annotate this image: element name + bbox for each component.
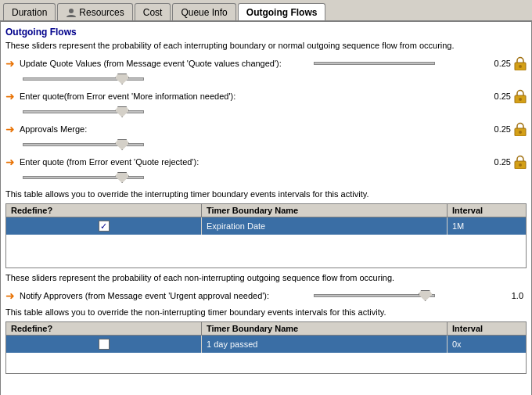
table2-cell-timer-1: 1 day passed xyxy=(202,336,448,353)
arrow-icon-3: ➜ xyxy=(5,123,15,135)
lock-icon-2[interactable] xyxy=(514,89,527,103)
slider-sub-row-4 xyxy=(5,171,527,185)
flow-value-2: 0.25 xyxy=(487,92,511,101)
table2-cell-redefine-1 xyxy=(6,336,202,353)
tab-resources[interactable]: Resources xyxy=(57,3,132,20)
arrow-icon-2: ➜ xyxy=(5,90,15,102)
slider-sub-row-2 xyxy=(5,105,527,119)
table1-header-timer: Timer Boundary Name xyxy=(202,204,448,217)
flow-value-4: 0.25 xyxy=(487,157,511,167)
slider-sub-row-3 xyxy=(5,138,527,152)
arrow-icon-5: ➜ xyxy=(5,289,15,302)
tab-bar: Duration Resources Cost Queue Info Outgo… xyxy=(0,0,532,22)
table1-empty-rows xyxy=(6,235,526,268)
table2-header-interval: Interval xyxy=(448,322,526,335)
table1-header-interval: Interval xyxy=(448,204,526,217)
arrow-icon-1: ➜ xyxy=(5,57,15,70)
outgoing-flows-label: Outgoing Flows xyxy=(246,7,318,18)
lock-icon-3[interactable] xyxy=(514,122,527,136)
slider-sub-row-1 xyxy=(5,72,527,86)
flow-label-1: Update Quote Values (from Message event … xyxy=(20,59,309,68)
tab-duration[interactable]: Duration xyxy=(3,3,56,20)
main-content: Outgoing Flows These sliders represent t… xyxy=(0,22,532,395)
resources-icon xyxy=(66,7,77,18)
checkbox-unchecked-1[interactable] xyxy=(99,339,110,350)
slider-container-1 xyxy=(314,62,483,65)
section-title: Outgoing Flows xyxy=(5,27,527,38)
arrow-icon-4: ➜ xyxy=(5,156,15,168)
table2-header: Redefine? Timer Boundary Name Interval xyxy=(6,322,526,336)
queue-info-label: Queue Info xyxy=(181,7,227,18)
checkbox-checked-1[interactable]: ✓ xyxy=(99,221,110,232)
slider-container-5 xyxy=(314,289,495,303)
lock-icon-1[interactable] xyxy=(514,56,527,70)
table1: Redefine? Timer Boundary Name Interval ✓… xyxy=(5,203,527,268)
table2-empty-rows xyxy=(6,353,526,373)
svg-point-0 xyxy=(69,9,74,13)
svg-point-4 xyxy=(519,98,522,101)
table2-header-timer: Timer Boundary Name xyxy=(202,322,448,335)
table2-row-1[interactable]: 1 day passed 0x xyxy=(6,336,526,353)
table1-header-redefine: Redefine? xyxy=(6,204,202,217)
table1-cell-timer-1: Expiration Date xyxy=(202,217,448,235)
flow-row-5: ➜ Notify Approvers (from Message event '… xyxy=(5,289,527,303)
flow-row-1: ➜ Update Quote Values (from Message even… xyxy=(5,56,527,86)
svg-point-8 xyxy=(519,163,522,167)
flow-row-4: ➜ Enter quote (from Error event 'Quote r… xyxy=(5,155,527,185)
flow-value-5: 1.0 xyxy=(500,291,523,300)
description1: These sliders represent the probability … xyxy=(5,41,527,50)
duration-label: Duration xyxy=(12,7,47,18)
cost-label: Cost xyxy=(143,7,163,18)
flow-row-2: ➜ Enter quote(from Error event 'More inf… xyxy=(5,89,527,119)
flow-label-4: Enter quote (from Error event 'Quote rej… xyxy=(20,157,309,167)
tab-queue-info[interactable]: Queue Info xyxy=(172,3,235,20)
tab-outgoing-flows[interactable]: Outgoing Flows xyxy=(238,3,326,20)
table1-row-1[interactable]: ✓ Expiration Date 1M xyxy=(6,217,526,235)
table2-header-redefine: Redefine? xyxy=(6,322,202,335)
table1-description: This table allows you to override the in… xyxy=(5,189,527,199)
table2: Redefine? Timer Boundary Name Interval 1… xyxy=(5,321,527,374)
flow-label-3: Approvals Merge: xyxy=(20,124,309,134)
svg-point-2 xyxy=(519,65,522,68)
resources-label: Resources xyxy=(79,7,124,18)
slider-track-1[interactable] xyxy=(314,62,435,65)
flow-label-2: Enter quote(from Error event 'More infor… xyxy=(20,92,309,101)
table1-cell-redefine-1: ✓ xyxy=(6,217,202,235)
flow-value-1: 0.25 xyxy=(487,59,511,68)
table1-cell-interval-1: 1M xyxy=(448,217,526,235)
table2-description: This table allows you to override the no… xyxy=(5,307,527,317)
table2-cell-interval-1: 0x xyxy=(448,336,526,353)
flow-value-3: 0.25 xyxy=(487,124,511,134)
tab-cost[interactable]: Cost xyxy=(135,3,171,20)
table1-header: Redefine? Timer Boundary Name Interval xyxy=(6,204,526,217)
lock-icon-4[interactable] xyxy=(514,155,527,169)
flow-row-3: ➜ Approvals Merge: 0.25 xyxy=(5,122,527,152)
flow-label-5: Notify Approvers (from Message event 'Ur… xyxy=(20,291,309,300)
svg-point-6 xyxy=(519,131,522,134)
description2: These sliders represent the probability … xyxy=(5,273,527,282)
